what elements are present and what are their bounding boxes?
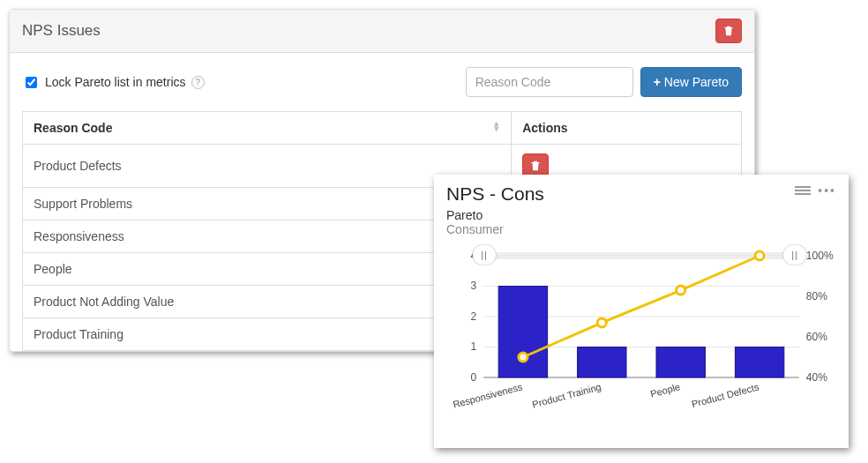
- controls-row: Lock Pareto list in metrics ? + New Pare…: [22, 67, 742, 97]
- col-header-actions: Actions: [512, 112, 742, 145]
- chart-subtitle-2: Consumer: [446, 222, 544, 236]
- panel-header: NPS Issues: [10, 10, 754, 53]
- new-pareto-label: New Pareto: [664, 75, 729, 89]
- svg-text:2: 2: [470, 310, 476, 323]
- lock-pareto-checkbox[interactable]: [26, 77, 37, 88]
- line-marker: [755, 251, 764, 260]
- bar: [498, 287, 547, 378]
- col-header-reason[interactable]: Reason Code ▲▼: [23, 112, 512, 145]
- x-tick-label: Product Defects: [691, 381, 760, 409]
- svg-text:1: 1: [470, 341, 476, 354]
- more-icon[interactable]: •••: [818, 183, 836, 198]
- svg-text:80%: 80%: [806, 290, 827, 302]
- x-tick-label: People: [649, 381, 681, 399]
- range-handle-right[interactable]: ||: [783, 245, 806, 265]
- x-tick-label: Product Training: [531, 381, 602, 409]
- line-marker: [519, 353, 528, 362]
- plus-icon: +: [654, 75, 661, 89]
- lock-pareto-checkbox-wrap[interactable]: Lock Pareto list in metrics ?: [22, 74, 205, 91]
- line-marker: [677, 286, 685, 295]
- chart-header: NPS - Cons Pareto Consumer •••: [446, 183, 836, 240]
- chart-title: NPS - Cons: [446, 183, 544, 205]
- svg-text:60%: 60%: [806, 331, 827, 343]
- sort-icon[interactable]: ▲▼: [492, 121, 500, 131]
- svg-text:0: 0: [470, 371, 476, 384]
- pareto-chart-svg: 0123440%60%80%100%ResponsivenessProduct …: [446, 245, 836, 422]
- panel-title: NPS Issues: [22, 22, 101, 40]
- line-marker: [597, 318, 606, 327]
- bar: [656, 347, 705, 378]
- bar: [735, 347, 783, 378]
- trash-icon: [722, 25, 735, 37]
- help-icon[interactable]: ?: [191, 76, 205, 89]
- cumulative-line: [523, 256, 760, 357]
- delete-panel-button[interactable]: [715, 19, 742, 43]
- bar: [578, 347, 626, 378]
- hamburger-icon[interactable]: [795, 186, 811, 195]
- chart-menu: •••: [795, 183, 836, 198]
- chart-subtitle-1: Pareto: [446, 208, 544, 222]
- plot-area: || || 0123440%60%80%100%ResponsivenessPr…: [446, 245, 836, 422]
- svg-text:40%: 40%: [806, 371, 827, 384]
- range-handle-left[interactable]: ||: [473, 245, 496, 265]
- svg-text:100%: 100%: [806, 250, 834, 262]
- pareto-chart-card: NPS - Cons Pareto Consumer ••• || || 012…: [434, 175, 849, 448]
- new-pareto-button[interactable]: + New Pareto: [640, 67, 742, 97]
- x-tick-label: Responsiveness: [452, 381, 524, 410]
- svg-text:3: 3: [470, 280, 476, 293]
- lock-pareto-label: Lock Pareto list in metrics: [45, 75, 186, 89]
- trash-icon: [529, 160, 542, 172]
- reason-code-input[interactable]: [466, 67, 633, 97]
